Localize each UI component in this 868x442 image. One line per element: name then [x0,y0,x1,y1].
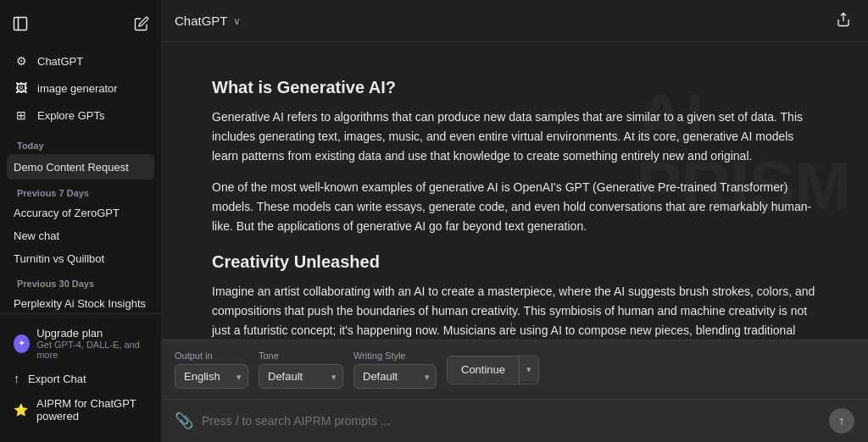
continue-chevron-button[interactable]: ▾ [520,357,538,382]
prompt-input[interactable] [202,414,821,428]
export-chat-item[interactable]: ↑ Export Chat [7,366,154,391]
tone-field: Tone Default Formal Casual Humorous [259,351,343,389]
para-creativity-1: Imagine an artist collaborating with an … [212,282,817,340]
header-title-text: ChatGPT [175,14,228,28]
main-content: ChatGPT ∨ AIPRISM What is Generative AI?… [161,0,868,442]
sidebar: ⚙ ChatGPT 🖼 image generator ⊞ Explore GP… [0,0,161,442]
sidebar-image-label: image generator [37,82,118,95]
attach-icon[interactable]: 📎 [175,412,193,430]
today-label: Today [7,132,154,154]
new-chat-button[interactable] [131,13,153,35]
tone-select-wrapper: Default Formal Casual Humorous [259,364,343,389]
upgrade-icon: ✦ [14,334,30,353]
para-generative-1: Generative AI refers to algorithms that … [212,108,817,166]
scroll-down-indicator: ↓ [508,318,515,333]
history-turnitin-text: Turnitin vs Quillbot [14,252,147,265]
sidebar-explore-label: Explore GPTs [37,109,104,122]
history-item-turnitin[interactable]: Turnitin vs Quillbot [7,247,154,270]
export-chat-icon: ↑ [14,372,19,385]
upgrade-plan-item[interactable]: ✦ Upgrade plan Get GPT-4, DALL-E, and mo… [7,321,154,366]
continue-button[interactable]: Continue [448,356,519,383]
sidebar-top [0,7,161,44]
aiprm-icon: ⭐ [14,403,28,417]
send-button[interactable]: ↑ [829,408,854,434]
history-item-text: Demo Content Request [14,161,136,174]
toolbar-row: Output in English Spanish French German … [175,351,854,389]
writing-style-label: Writing Style [353,351,437,361]
chevron-down-icon: ∨ [233,15,241,27]
sidebar-nav: ⚙ ChatGPT 🖼 image generator ⊞ Explore GP… [0,44,161,132]
upgrade-text: Upgrade plan Get GPT-4, DALL-E, and more [36,327,147,360]
input-bar: 📎 ↑ [161,399,868,442]
output-label: Output in [175,351,248,361]
upgrade-sublabel: Get GPT-4, DALL-E, and more [36,340,147,360]
heading-generative-ai: What is Generative AI? [212,78,817,97]
output-field: Output in English Spanish French German [175,351,248,389]
sidebar-history: Today Demo Content Request ··· Previous … [0,132,161,313]
prev7-label: Previous 7 Days [7,180,154,202]
upgrade-label: Upgrade plan [36,327,147,340]
header-title[interactable]: ChatGPT ∨ [175,14,241,28]
aiprm-toolbar: Output in English Spanish French German … [161,340,868,399]
sidebar-item-image-generator[interactable]: 🖼 image generator [7,75,154,102]
history-item-perplexity[interactable]: Perplexity Ai Stock Insights [7,292,154,313]
image-generator-icon: 🖼 [14,80,29,96]
export-chat-label: Export Chat [28,373,86,385]
history-item-new-chat[interactable]: New chat [7,224,154,247]
sidebar-toggle-button[interactable] [8,12,32,36]
svg-rect-0 [14,18,27,30]
writing-style-field: Writing Style Default Academic Creative … [353,351,437,389]
history-accuracy-text: Accuracy of ZeroGPT [14,207,147,219]
share-button[interactable] [832,8,854,33]
output-select-wrapper: English Spanish French German [175,364,248,389]
aiprm-item[interactable]: ⭐ AIPRM for ChatGPT powered [7,391,154,428]
history-newchat-text: New chat [14,229,147,242]
explore-gpts-icon: ⊞ [14,108,29,123]
history-item-accuracy[interactable]: Accuracy of ZeroGPT [7,202,154,224]
heading-creativity: Creativity Unleashed [212,252,817,272]
tone-select[interactable]: Default Formal Casual Humorous [259,364,343,389]
history-item-demo[interactable]: Demo Content Request ··· [7,154,154,180]
content-area: AIPRISM What is Generative AI? Generativ… [161,42,868,340]
writing-style-select-wrapper: Default Academic Creative Technical [353,364,437,389]
main-header: ChatGPT ∨ [161,0,868,42]
sidebar-item-chatgpt[interactable]: ⚙ ChatGPT [7,47,154,75]
sidebar-chatgpt-label: ChatGPT [37,55,83,68]
aiprm-label: AIPRM for ChatGPT powered [36,397,147,423]
history-perplexity-text: Perplexity Ai Stock Insights [14,297,147,310]
para-generative-2: One of the most well-known examples of g… [212,178,817,236]
tone-label: Tone [259,351,343,361]
writing-style-select[interactable]: Default Academic Creative Technical [353,364,437,389]
prev30-label: Previous 30 Days [7,270,154,292]
chatgpt-icon: ⚙ [14,53,29,69]
sidebar-bottom: ✦ Upgrade plan Get GPT-4, DALL-E, and mo… [0,313,161,435]
continue-btn-wrapper: Continue ▾ [447,356,539,384]
sidebar-item-explore-gpts[interactable]: ⊞ Explore GPTs [7,102,154,129]
output-select[interactable]: English Spanish French German [175,364,248,389]
